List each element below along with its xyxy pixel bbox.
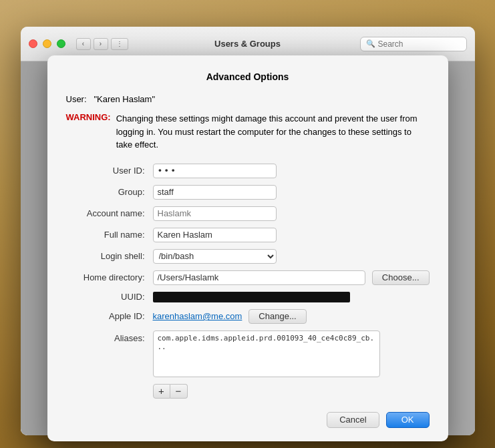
login-shell-label: Login shell: [66, 251, 153, 261]
group-label: Group: [66, 187, 153, 197]
dialog-title: Advanced Options [66, 71, 430, 82]
aliases-row: Aliases: com.apple.idms.appleid.prd.0010… [66, 330, 430, 377]
warning-text: Changing these settings might damage thi… [116, 112, 430, 152]
full-name-label: Full name: [66, 230, 153, 240]
user-id-label: User ID: [66, 166, 153, 176]
home-dir-row: Home directory: Choose... [66, 270, 430, 285]
dialog-buttons: Cancel OK [66, 412, 430, 428]
forward-button[interactable]: › [94, 38, 108, 50]
uuid-label: UUID: [66, 292, 153, 302]
warning-box: WARNING: Changing these settings might d… [66, 112, 430, 152]
change-button[interactable]: Change... [249, 309, 306, 324]
cancel-button[interactable]: Cancel [327, 412, 379, 428]
full-name-input[interactable] [153, 228, 277, 242]
home-dir-input[interactable] [153, 270, 365, 285]
grid-button[interactable]: ⋮ [111, 38, 128, 50]
search-icon: 🔍 [366, 39, 375, 48]
search-input[interactable] [378, 39, 461, 49]
back-button[interactable]: ‹ [76, 38, 91, 50]
dialog-overlay: Advanced Options User: "Karen Haslam" WA… [21, 61, 475, 435]
window-body: Advanced Options User: "Karen Haslam" WA… [21, 61, 475, 435]
apple-id-value[interactable]: karenhaslam@me.com [153, 311, 242, 321]
window: ‹ › ⋮ Users & Groups 🔍 Advanced Options … [21, 27, 475, 435]
group-input[interactable] [153, 185, 277, 200]
traffic-lights [29, 39, 65, 48]
full-name-row: Full name: [66, 228, 430, 242]
user-name-value: "Karen Haslam" [94, 94, 155, 104]
warning-label: WARNING: [66, 112, 111, 152]
advanced-options-dialog: Advanced Options User: "Karen Haslam" WA… [47, 55, 448, 441]
user-id-input[interactable] [153, 164, 277, 178]
login-shell-select[interactable]: /bin/bash /bin/zsh /bin/sh /bin/tcsh /bi… [153, 249, 277, 264]
close-button[interactable] [29, 39, 37, 48]
account-name-label: Account name: [66, 208, 153, 218]
add-alias-button[interactable]: + [153, 384, 170, 399]
user-id-row: User ID: [66, 164, 430, 178]
ok-button[interactable]: OK [386, 412, 430, 428]
aliases-label: Aliases: [66, 330, 153, 343]
login-shell-row: Login shell: /bin/bash /bin/zsh /bin/sh … [66, 249, 430, 264]
apple-id-row: Apple ID: karenhaslam@me.com Change... [66, 309, 430, 324]
window-title: Users & Groups [214, 39, 281, 49]
account-name-row: Account name: [66, 206, 430, 221]
account-name-input[interactable] [153, 206, 277, 221]
user-line: User: "Karen Haslam" [66, 94, 430, 104]
home-dir-label: Home directory: [66, 272, 153, 282]
remove-alias-button[interactable]: − [170, 384, 188, 399]
group-row: Group: [66, 185, 430, 200]
nav-buttons: ‹ › [76, 38, 108, 50]
apple-id-label: Apple ID: [66, 311, 153, 321]
search-bar[interactable]: 🔍 [360, 37, 467, 51]
maximize-button[interactable] [57, 39, 65, 48]
aliases-input[interactable]: com.apple.idms.appleid.prd.001093_40_ce4… [153, 330, 380, 377]
add-remove-row: + − [153, 384, 430, 399]
uuid-value [153, 292, 350, 302]
choose-button[interactable]: Choose... [372, 270, 430, 285]
uuid-row: UUID: [66, 292, 430, 302]
user-label: User: [66, 94, 87, 104]
minimize-button[interactable] [43, 39, 51, 48]
